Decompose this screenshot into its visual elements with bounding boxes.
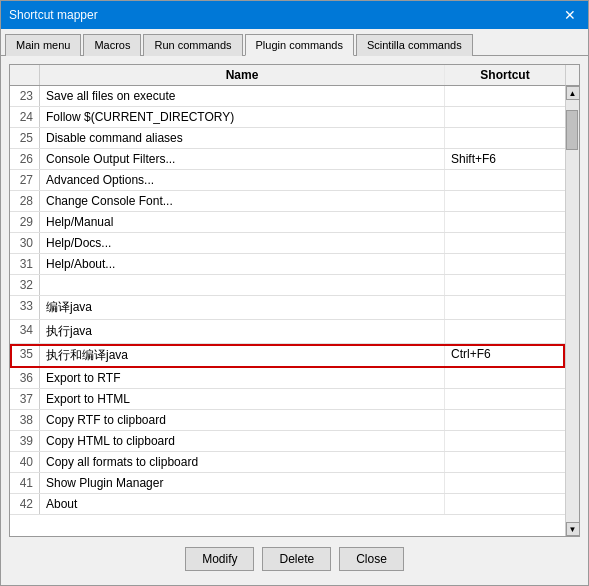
table-row[interactable]: 23Save all files on execute bbox=[10, 86, 565, 107]
content-area: Name Shortcut 23Save all files on execut… bbox=[1, 56, 588, 585]
cell-shortcut bbox=[445, 320, 565, 343]
cell-num: 30 bbox=[10, 233, 40, 253]
cell-num: 36 bbox=[10, 368, 40, 388]
header-scroll-spacer bbox=[565, 65, 579, 86]
cell-shortcut bbox=[445, 212, 565, 232]
window-title: Shortcut mapper bbox=[9, 8, 98, 22]
cell-name: Export to HTML bbox=[40, 389, 445, 409]
table-row[interactable]: 41Show Plugin Manager bbox=[10, 473, 565, 494]
col-header-name: Name bbox=[40, 65, 445, 85]
scrollbar-thumb[interactable] bbox=[566, 110, 578, 150]
cell-num: 23 bbox=[10, 86, 40, 106]
shortcuts-table: Name Shortcut 23Save all files on execut… bbox=[9, 64, 580, 537]
cell-name: 执行和编译java bbox=[40, 344, 445, 367]
table-body-scroll[interactable]: 23Save all files on execute24Follow $(CU… bbox=[10, 86, 579, 536]
cell-num: 39 bbox=[10, 431, 40, 451]
cell-num: 38 bbox=[10, 410, 40, 430]
table-row[interactable]: 34执行java bbox=[10, 320, 565, 344]
cell-num: 24 bbox=[10, 107, 40, 127]
table-row[interactable]: 39Copy HTML to clipboard bbox=[10, 431, 565, 452]
table-row[interactable]: 31Help/About... bbox=[10, 254, 565, 275]
tab-main-menu[interactable]: Main menu bbox=[5, 34, 81, 56]
cell-shortcut bbox=[445, 473, 565, 493]
table-row[interactable]: 26Console Output Filters...Shift+F6 bbox=[10, 149, 565, 170]
tab-scintilla-commands[interactable]: Scintilla commands bbox=[356, 34, 473, 56]
cell-num: 33 bbox=[10, 296, 40, 319]
table-row[interactable]: 42About bbox=[10, 494, 565, 515]
vertical-scrollbar[interactable]: ▲ ▼ bbox=[565, 86, 579, 536]
cell-name: Copy RTF to clipboard bbox=[40, 410, 445, 430]
cell-num: 41 bbox=[10, 473, 40, 493]
cell-name: Change Console Font... bbox=[40, 191, 445, 211]
table-row[interactable]: 24Follow $(CURRENT_DIRECTORY) bbox=[10, 107, 565, 128]
cell-shortcut bbox=[445, 452, 565, 472]
cell-num: 40 bbox=[10, 452, 40, 472]
cell-shortcut bbox=[445, 389, 565, 409]
table-row[interactable]: 25Disable command aliases bbox=[10, 128, 565, 149]
table-row[interactable]: 28Change Console Font... bbox=[10, 191, 565, 212]
tab-plugin-commands[interactable]: Plugin commands bbox=[245, 34, 354, 56]
cell-shortcut bbox=[445, 128, 565, 148]
cell-name: Help/About... bbox=[40, 254, 445, 274]
table-row[interactable]: 29Help/Manual bbox=[10, 212, 565, 233]
cell-num: 28 bbox=[10, 191, 40, 211]
delete-button[interactable]: Delete bbox=[262, 547, 331, 571]
col-header-shortcut: Shortcut bbox=[445, 65, 565, 85]
cell-name: Export to RTF bbox=[40, 368, 445, 388]
cell-shortcut bbox=[445, 431, 565, 451]
table-body: 23Save all files on execute24Follow $(CU… bbox=[10, 86, 565, 536]
table-row[interactable]: 36Export to RTF bbox=[10, 368, 565, 389]
cell-num: 32 bbox=[10, 275, 40, 295]
cell-name: Show Plugin Manager bbox=[40, 473, 445, 493]
tabs-container: Main menuMacrosRun commandsPlugin comman… bbox=[1, 29, 588, 56]
modify-button[interactable]: Modify bbox=[185, 547, 254, 571]
cell-shortcut: Shift+F6 bbox=[445, 149, 565, 169]
cell-shortcut: Ctrl+F6 bbox=[445, 344, 565, 367]
table-row[interactable]: 33编译java bbox=[10, 296, 565, 320]
cell-num: 42 bbox=[10, 494, 40, 514]
cell-shortcut bbox=[445, 410, 565, 430]
cell-name: Help/Manual bbox=[40, 212, 445, 232]
cell-shortcut bbox=[445, 494, 565, 514]
cell-shortcut bbox=[445, 86, 565, 106]
cell-shortcut bbox=[445, 233, 565, 253]
shortcut-mapper-window: Shortcut mapper ✕ Main menuMacrosRun com… bbox=[0, 0, 589, 586]
close-window-button[interactable]: ✕ bbox=[560, 5, 580, 25]
col-header-num bbox=[10, 65, 40, 85]
table-row[interactable]: 37Export to HTML bbox=[10, 389, 565, 410]
scroll-up-arrow[interactable]: ▲ bbox=[566, 86, 580, 100]
table-row[interactable]: 30Help/Docs... bbox=[10, 233, 565, 254]
cell-name bbox=[40, 275, 445, 295]
cell-name: Save all files on execute bbox=[40, 86, 445, 106]
table-row[interactable]: 32 bbox=[10, 275, 565, 296]
cell-num: 34 bbox=[10, 320, 40, 343]
cell-name: 编译java bbox=[40, 296, 445, 319]
cell-name: Follow $(CURRENT_DIRECTORY) bbox=[40, 107, 445, 127]
cell-name: Disable command aliases bbox=[40, 128, 445, 148]
tab-run-commands[interactable]: Run commands bbox=[143, 34, 242, 56]
cell-shortcut bbox=[445, 107, 565, 127]
cell-num: 25 bbox=[10, 128, 40, 148]
table-row[interactable]: 40Copy all formats to clipboard bbox=[10, 452, 565, 473]
table-header-main: Name Shortcut bbox=[10, 65, 565, 86]
title-bar: Shortcut mapper ✕ bbox=[1, 1, 588, 29]
cell-shortcut bbox=[445, 170, 565, 190]
scrollbar-track[interactable] bbox=[566, 100, 579, 522]
table-row[interactable]: 35执行和编译javaCtrl+F6 bbox=[10, 344, 565, 368]
close-button[interactable]: Close bbox=[339, 547, 404, 571]
table-row[interactable]: 38Copy RTF to clipboard bbox=[10, 410, 565, 431]
cell-shortcut bbox=[445, 191, 565, 211]
table-row[interactable]: 27Advanced Options... bbox=[10, 170, 565, 191]
cell-shortcut bbox=[445, 275, 565, 295]
cell-name: Console Output Filters... bbox=[40, 149, 445, 169]
table-header: Name Shortcut bbox=[10, 65, 579, 86]
cell-num: 26 bbox=[10, 149, 40, 169]
cell-num: 31 bbox=[10, 254, 40, 274]
action-buttons: Modify Delete Close bbox=[9, 537, 580, 577]
cell-name: Advanced Options... bbox=[40, 170, 445, 190]
cell-name: Help/Docs... bbox=[40, 233, 445, 253]
cell-name: 执行java bbox=[40, 320, 445, 343]
cell-name: About bbox=[40, 494, 445, 514]
tab-macros[interactable]: Macros bbox=[83, 34, 141, 56]
scroll-down-arrow[interactable]: ▼ bbox=[566, 522, 580, 536]
